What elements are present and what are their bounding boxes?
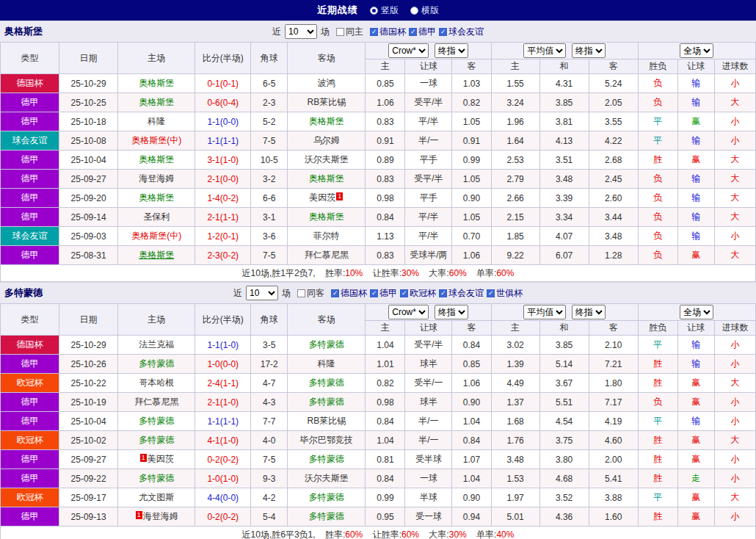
same-venue-filter[interactable]: 同客 <box>297 287 324 300</box>
league-filter[interactable]: 德国杯 <box>370 26 406 38</box>
same-venue-checkbox[interactable] <box>297 289 305 297</box>
league-filter[interactable]: 欧冠杯 <box>400 287 436 300</box>
match-score-link[interactable]: 1-0(0-0) <box>195 355 251 374</box>
home-team[interactable]: 尤文图斯 <box>139 492 174 502</box>
team-name: 奥格斯堡 <box>4 25 43 38</box>
radio-unselected-icon[interactable] <box>410 7 418 15</box>
league-filter[interactable]: 德国杯 <box>331 287 367 300</box>
match-score-link[interactable]: 2-1(1-1) <box>195 208 251 227</box>
match-score-link[interactable]: 0-1(0-1) <box>195 74 251 93</box>
away-team[interactable]: 多特蒙德 <box>309 377 344 388</box>
home-team[interactable]: 哥本哈根 <box>139 377 174 388</box>
away-team[interactable]: 波鸿 <box>318 78 335 88</box>
match-count-select[interactable]: 10 <box>246 286 278 300</box>
league-checkbox-checked[interactable] <box>487 289 495 297</box>
match-score-link[interactable]: 2-4(1-1) <box>195 374 251 393</box>
match-score-link[interactable]: 1-1(1-1) <box>195 412 251 431</box>
euro-average-select[interactable]: 平均值 <box>523 305 566 319</box>
home-team[interactable]: 多特蒙德 <box>139 435 174 445</box>
home-team[interactable]: 奥格斯堡 <box>139 154 174 164</box>
match-score-link[interactable]: 2-1(0-0) <box>195 170 251 189</box>
match-score-link[interactable]: 1-1(1-0) <box>195 336 251 355</box>
away-team[interactable]: 毕尔巴鄂竞技 <box>300 435 353 445</box>
match-score-link[interactable]: 3-1(1-0) <box>195 151 251 170</box>
league-checkbox-checked[interactable] <box>331 289 339 297</box>
home-team[interactable]: 圣保利 <box>143 211 170 222</box>
odds-company-select[interactable]: Crow* <box>388 43 429 58</box>
radio-selected-icon[interactable] <box>370 7 378 15</box>
away-team[interactable]: 奥格斯堡 <box>309 211 344 222</box>
away-team[interactable]: 奥格斯堡 <box>309 116 344 126</box>
home-team[interactable]: 奥格斯堡 <box>139 192 174 203</box>
away-team[interactable]: 科隆 <box>318 358 335 369</box>
match-score-link[interactable]: 1-1(1-1) <box>195 131 251 151</box>
home-team[interactable]: 多特蒙德 <box>139 416 174 426</box>
league-filter[interactable]: 球会友谊 <box>439 26 484 38</box>
away-team[interactable]: 拜仁慕尼黑 <box>305 250 349 260</box>
league-checkbox-checked[interactable] <box>400 289 408 297</box>
summary-stat-value: 60% <box>449 268 467 278</box>
match-count-select[interactable]: 10 <box>285 24 317 39</box>
home-team[interactable]: 法兰克福 <box>139 339 174 350</box>
away-team[interactable]: 多特蒙德 <box>309 492 344 502</box>
match-score-link[interactable]: 0-2(0-2) <box>195 507 251 527</box>
home-team[interactable]: 多特蒙德 <box>139 358 174 369</box>
away-team[interactable]: 多特蒙德 <box>309 511 344 521</box>
match-score-link[interactable]: 4-4(0-0) <box>195 488 251 507</box>
euro-final-index-select[interactable]: 终指 <box>572 43 606 58</box>
home-team[interactable]: 美因茨 <box>148 454 174 464</box>
away-team[interactable]: RB莱比锡 <box>308 416 346 426</box>
scope-select[interactable]: 全场 <box>680 305 713 319</box>
odds-company-select[interactable]: Crow* <box>388 305 429 319</box>
league-checkbox-checked[interactable] <box>370 28 378 36</box>
league-filter[interactable]: 德甲 <box>409 26 436 38</box>
away-team[interactable]: 多特蒙德 <box>309 397 344 407</box>
home-team[interactable]: 科隆 <box>148 116 165 126</box>
asian-final-index-select[interactable]: 终指 <box>435 43 468 58</box>
asian-final-index-select[interactable]: 终指 <box>435 305 468 319</box>
home-team[interactable]: 拜仁慕尼黑 <box>134 397 178 407</box>
away-team[interactable]: 沃尔夫斯堡 <box>305 154 349 164</box>
away-team[interactable]: 多特蒙德 <box>309 339 344 350</box>
match-date: 25-10-18 <box>59 112 118 131</box>
away-team[interactable]: 美因茨 <box>309 192 335 203</box>
euro-average-select[interactable]: 平均值 <box>523 43 566 58</box>
match-score-link[interactable]: 1-0(1-0) <box>195 469 251 488</box>
layout-option-vertical[interactable]: 竖版 <box>370 4 399 17</box>
match-score-link[interactable]: 0-6(0-4) <box>195 93 251 112</box>
away-team[interactable]: 沃尔夫斯堡 <box>305 473 349 483</box>
away-team[interactable]: 奥格斯堡 <box>309 173 344 184</box>
match-score-link[interactable]: 4-1(1-0) <box>195 431 251 450</box>
league-filter[interactable]: 德甲 <box>370 287 397 300</box>
home-team[interactable]: 海登海姆 <box>139 173 174 184</box>
goals-result: 小 <box>714 131 755 151</box>
match-score-link[interactable]: 2-1(1-0) <box>195 393 251 412</box>
league-filter[interactable]: 世俱杯 <box>487 287 523 300</box>
league-checkbox-checked[interactable] <box>439 289 447 297</box>
league-filter[interactable]: 球会友谊 <box>439 287 484 300</box>
league-checkbox-checked[interactable] <box>370 289 378 297</box>
away-team[interactable]: 菲尔特 <box>313 231 340 241</box>
home-team[interactable]: 海登海姆 <box>143 511 178 521</box>
match-score-link[interactable]: 0-2(0-2) <box>195 450 251 469</box>
match-score-link[interactable]: 1-4(0-2) <box>195 189 251 208</box>
match-score-link[interactable]: 2-3(0-2) <box>195 246 251 265</box>
league-checkbox-checked[interactable] <box>439 28 447 36</box>
layout-option-horizontal[interactable]: 横版 <box>410 4 439 17</box>
home-team[interactable]: 奥格斯堡 <box>139 250 174 260</box>
league-checkbox-checked[interactable] <box>409 28 417 36</box>
home-team[interactable]: 奥格斯堡(中) <box>131 135 181 145</box>
same-venue-checkbox[interactable] <box>336 28 344 36</box>
home-team[interactable]: 奥格斯堡(中) <box>131 231 181 241</box>
euro-final-index-select[interactable]: 终指 <box>572 305 606 319</box>
home-team[interactable]: 多特蒙德 <box>139 473 174 483</box>
match-score-link[interactable]: 1-2(0-1) <box>195 227 251 246</box>
home-team[interactable]: 奥格斯堡 <box>139 97 174 107</box>
away-team[interactable]: 乌尔姆 <box>313 135 340 145</box>
home-team[interactable]: 奥格斯堡 <box>139 78 174 88</box>
away-team[interactable]: 多特蒙德 <box>309 454 344 464</box>
away-team[interactable]: RB莱比锡 <box>308 97 346 107</box>
match-score-link[interactable]: 1-1(0-0) <box>195 112 251 131</box>
same-venue-filter[interactable]: 同主 <box>336 26 363 38</box>
scope-select[interactable]: 全场 <box>680 43 713 58</box>
